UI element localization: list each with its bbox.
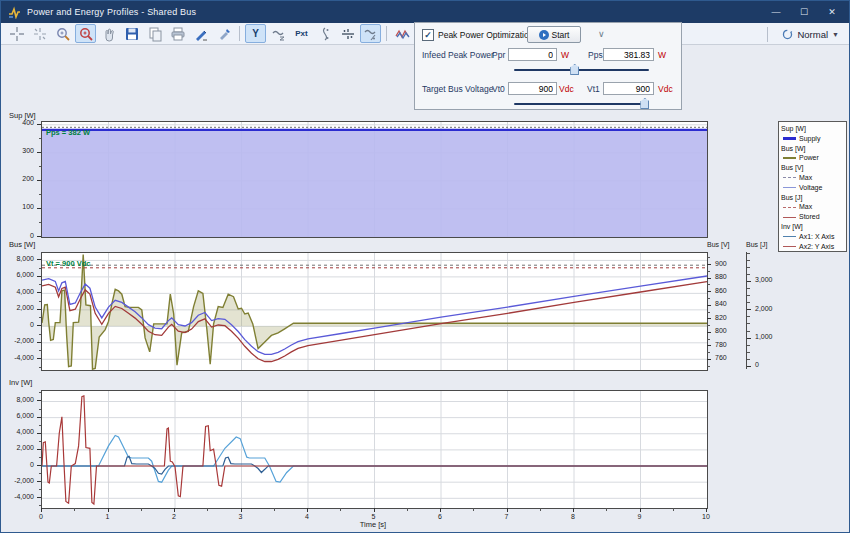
axis-tick-label: 800 xyxy=(715,327,727,334)
close-button[interactable]: ✕ xyxy=(819,2,845,22)
legend-group-header: Bus [J] xyxy=(781,193,846,203)
time-tick-mark xyxy=(706,508,707,512)
axis-minor-tick xyxy=(707,312,710,313)
pen-tool-icon[interactable] xyxy=(190,24,211,43)
zoom-tool-icon[interactable] xyxy=(52,24,73,43)
center-axis-icon[interactable] xyxy=(337,24,358,43)
axis-tick-label: 2,000 xyxy=(16,444,34,451)
vt0-input[interactable] xyxy=(508,82,557,95)
target-slider-track[interactable] xyxy=(514,103,649,105)
time-tick-mark xyxy=(507,508,508,512)
axis-tick-mark xyxy=(747,366,751,367)
vt1-input[interactable] xyxy=(603,82,654,95)
crosshair-cursor-icon[interactable] xyxy=(6,24,27,43)
axis-minor-tick xyxy=(747,260,750,261)
axis-tick-mark xyxy=(37,259,41,260)
time-tick-label: 10 xyxy=(702,513,710,520)
axis-minor-tick xyxy=(747,274,750,275)
render-mode-dropdown[interactable]: Normal ▼ xyxy=(778,27,843,42)
axis-minor-tick xyxy=(39,194,42,195)
axis-tick-label: 4,000 xyxy=(16,428,34,435)
time-tick-label: 4 xyxy=(305,513,309,520)
infeed-slider-thumb[interactable] xyxy=(570,64,579,75)
axis-tick-mark xyxy=(707,332,711,333)
time-tick-mark xyxy=(74,508,75,511)
pxt-mode-icon[interactable]: Pxt xyxy=(291,24,312,43)
axis-tick-label: -2,000 xyxy=(14,477,34,484)
legend-swatch-line xyxy=(783,137,796,140)
time-tick-mark xyxy=(241,508,242,512)
axis-tick-label: 3,000 xyxy=(755,276,773,283)
time-tick-label: 1 xyxy=(106,513,110,520)
copy-icon[interactable] xyxy=(144,24,165,43)
minimize-button[interactable]: — xyxy=(763,2,789,22)
zoom-region-icon[interactable] xyxy=(75,24,96,43)
axis-minor-tick xyxy=(747,316,750,317)
title-bar[interactable]: Power and Energy Profiles - Shared Bus —… xyxy=(1,1,849,23)
legend-item: Max xyxy=(781,173,846,183)
legend-item: Max xyxy=(781,202,846,212)
axis-tick-label: 4,000 xyxy=(16,288,34,295)
legend-swatch-line xyxy=(783,246,796,247)
curve-overlay-icon[interactable] xyxy=(360,24,381,43)
delta-cursor-icon[interactable] xyxy=(29,24,50,43)
axis-minor-tick xyxy=(39,425,42,426)
pan-tool-icon[interactable] xyxy=(98,24,119,43)
legend-group-header: Bus [W] xyxy=(781,144,846,154)
app-icon xyxy=(8,6,21,19)
start-button[interactable]: Start xyxy=(527,26,581,43)
axis-tick-label: 840 xyxy=(715,300,727,307)
maximize-button[interactable]: ☐ xyxy=(791,2,817,22)
y-axis-mode-icon[interactable]: Y xyxy=(245,24,266,43)
vt1-label: Vt1 xyxy=(587,84,600,94)
save-icon[interactable] xyxy=(121,24,142,43)
time-tick-mark xyxy=(606,508,607,511)
axis-tick-label: 200 xyxy=(22,175,34,182)
inverter-chart[interactable] xyxy=(41,390,708,509)
ppr-unit: W xyxy=(561,50,569,60)
ppr-input[interactable] xyxy=(508,48,557,61)
expand-chevron-icon[interactable]: ∨ xyxy=(598,29,605,39)
bus-v-axis-header: Bus [V] xyxy=(707,241,730,248)
axis-tick-label: 6,000 xyxy=(16,271,34,278)
toolbar-separator xyxy=(239,26,240,41)
app-window: Power and Energy Profiles - Shared Bus —… xyxy=(0,0,850,533)
time-tick-mark xyxy=(141,508,142,511)
pps-unit: W xyxy=(658,50,666,60)
time-tick-mark xyxy=(340,508,341,511)
legend-group-header: Sup [W] xyxy=(781,124,846,134)
chart-legend: Sup [W]SupplyBus [W]PowerBus [V]MaxVolta… xyxy=(778,121,847,252)
play-icon xyxy=(539,30,549,40)
pps-input[interactable] xyxy=(603,48,654,61)
curve-scale-icon[interactable] xyxy=(268,24,289,43)
bus-energy-axis: 01,0002,0003,000 xyxy=(747,252,783,369)
bus-j-axis-header: Bus [J] xyxy=(746,241,767,248)
axis-tick-mark xyxy=(37,400,41,401)
target-slider-thumb[interactable] xyxy=(640,98,649,109)
axis-tick-mark xyxy=(37,276,41,277)
vt0-label: Vt0 xyxy=(492,84,505,94)
axis-tick-label: -2,000 xyxy=(14,337,34,344)
axis-minor-tick xyxy=(39,350,42,351)
legend-item: Ax3: Z Axis xyxy=(781,251,846,252)
axis-minor-tick xyxy=(707,339,710,340)
axis-minor-tick xyxy=(39,441,42,442)
infeed-slider-track[interactable] xyxy=(514,69,649,71)
axis-tick-mark xyxy=(37,292,41,293)
peak-power-checkbox[interactable]: ✓ xyxy=(422,29,434,41)
legend-swatch-line xyxy=(783,157,796,159)
signal-trace-icon[interactable] xyxy=(314,24,335,43)
supply-chart[interactable] xyxy=(41,121,708,238)
time-tick-mark xyxy=(573,508,574,512)
time-tick-mark xyxy=(540,508,541,511)
legend-item-label: Max xyxy=(799,173,812,183)
panel-title: Peak Power Optimization xyxy=(438,30,533,40)
infeed-peak-power-label: Infeed Peak Power xyxy=(422,50,494,60)
annotation-tool-icon[interactable] xyxy=(213,24,234,43)
bus-chart[interactable] xyxy=(41,252,708,371)
axis-minor-tick xyxy=(39,409,42,410)
multi-curves-icon[interactable] xyxy=(392,24,413,43)
print-icon[interactable] xyxy=(167,24,188,43)
axis-tick-label: 100 xyxy=(22,203,34,210)
axis-tick-label: 6,000 xyxy=(16,412,34,419)
